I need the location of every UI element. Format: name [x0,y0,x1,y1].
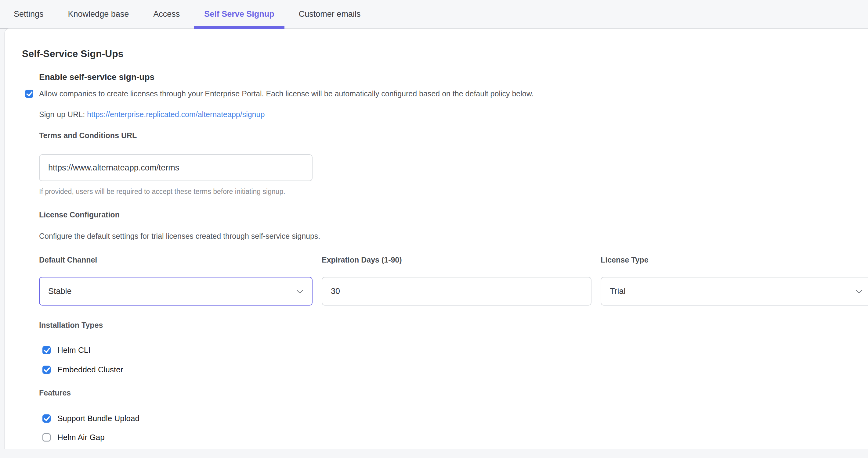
enable-signups-checkbox[interactable] [25,90,33,98]
installation-option-embedded-cluster: Embedded Cluster [42,364,868,375]
helm-air-gap-checkbox[interactable] [42,433,51,441]
tab-access[interactable]: Access [143,0,190,28]
helm-cli-label: Helm CLI [57,345,90,356]
feature-option-helm-air-gap: Helm Air Gap [42,432,868,443]
installation-option-helm-cli: Helm CLI [42,345,868,356]
features-heading: Features [39,387,868,398]
tab-self-serve-signup[interactable]: Self Serve Signup [194,0,284,28]
tab-knowledge-base[interactable]: Knowledge base [58,0,139,28]
expiration-days-input[interactable] [331,287,582,296]
default-channel-value: Stable [48,287,72,296]
self-service-signups-panel: Self-Service Sign-Ups Enable self-servic… [5,29,868,449]
expiration-days-field: Expiration Days (1-90) [322,254,591,305]
signup-url-link[interactable]: https://enterprise.replicated.com/altern… [87,110,265,119]
enable-signups-row: Allow companies to create licenses throu… [25,88,868,99]
support-bundle-upload-checkbox[interactable] [42,415,51,423]
embedded-cluster-label: Embedded Cluster [57,364,123,375]
helm-air-gap-label: Helm Air Gap [57,432,105,443]
default-channel-label: Default Channel [39,254,313,265]
signup-url-row: Sign-up URL: https://enterprise.replicat… [39,109,868,120]
installation-types-heading: Installation Types [39,320,868,331]
expiration-days-control [322,277,591,305]
license-type-field: License Type Trial [601,254,868,305]
enable-signups-description: Allow companies to create licenses throu… [39,88,533,99]
expiration-days-label: Expiration Days (1-90) [322,254,591,265]
terms-url-helper-text: If provided, users will be required to a… [39,187,868,196]
chevron-down-icon [856,287,862,293]
license-config-grid: Default Channel Stable Expiration Days (… [39,254,868,305]
default-channel-field: Default Channel Stable [39,254,313,305]
support-bundle-upload-label: Support Bundle Upload [57,413,140,424]
chevron-down-icon [297,287,303,293]
tab-settings[interactable]: Settings [4,0,54,28]
license-type-select[interactable]: Trial [601,277,868,305]
helm-cli-checkbox[interactable] [42,346,51,354]
tab-customer-emails[interactable]: Customer emails [289,0,371,28]
license-configuration-heading: License Configuration [39,209,868,220]
terms-url-input[interactable] [39,154,313,181]
feature-option-support-bundle-upload: Support Bundle Upload [42,413,868,424]
embedded-cluster-checkbox[interactable] [42,366,51,374]
enable-signups-heading: Enable self-service sign-ups [39,72,868,83]
terms-url-label: Terms and Conditions URL [39,130,868,141]
license-type-value: Trial [610,287,626,296]
license-type-label: License Type [601,254,868,265]
settings-tab-bar: Settings Knowledge base Access Self Serv… [0,0,868,29]
license-configuration-description: Configure the default settings for trial… [39,231,868,241]
page-title: Self-Service Sign-Ups [22,47,868,60]
default-channel-select[interactable]: Stable [39,277,313,305]
signup-url-label: Sign-up URL: [39,110,87,119]
